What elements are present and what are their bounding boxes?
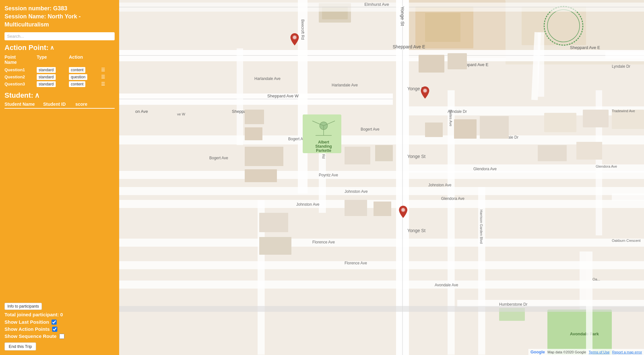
svg-rect-69 <box>245 127 262 140</box>
show-last-position-label: Show Last Position <box>5 319 49 325</box>
svg-text:Beecroft Rd: Beecroft Rd <box>300 19 305 40</box>
row1-name: Question1 <box>5 67 37 72</box>
show-last-position-checkbox[interactable] <box>52 320 57 325</box>
svg-text:Parkette: Parkette <box>316 148 331 153</box>
svg-text:ve W: ve W <box>177 112 185 116</box>
row1-edit-icon[interactable]: ☰ <box>101 67 108 72</box>
student-chevron[interactable]: ∧ <box>34 91 40 100</box>
col-action: Action <box>69 54 101 65</box>
svg-text:Poyntz Ave: Poyntz Ave <box>319 173 338 177</box>
svg-rect-98 <box>259 213 288 232</box>
svg-text:Johnston Ave: Johnston Ave <box>428 183 451 187</box>
row2-edit-icon[interactable]: ☰ <box>101 74 108 79</box>
col-student-name: Student Name <box>5 102 43 107</box>
svg-rect-77 <box>544 113 576 132</box>
svg-text:Elmhurst Ave: Elmhurst Ave <box>365 2 389 7</box>
show-sequence-route-row: Show Sequence Route <box>5 333 115 339</box>
bottom-panel: Info to participants Total joined partic… <box>5 303 115 350</box>
row3-edit-icon[interactable]: ☰ <box>101 81 108 86</box>
row3-type: standard <box>37 81 56 87</box>
svg-text:Glendora Ave: Glendora Ave <box>596 164 617 168</box>
col-student-id: Student ID <box>43 102 75 107</box>
svg-text:Albert: Albert <box>318 140 329 144</box>
table-row: Question1 standard content ☰ <box>5 67 115 73</box>
svg-point-117 <box>402 208 405 212</box>
session-name: Session Name: North York - Multicultural… <box>5 13 115 29</box>
svg-point-115 <box>423 89 427 92</box>
info-participants-button[interactable]: Info to participants <box>5 303 42 310</box>
map-container: Elmhurst Ave Sheppard Ave E Sheppard Ave… <box>119 0 644 355</box>
session-info: Session number: G383 Session Name: North… <box>5 5 115 29</box>
svg-rect-71 <box>245 169 277 182</box>
student-table-header: Student Name Student ID score <box>5 101 115 109</box>
show-action-points-label: Show Action Points <box>5 326 50 332</box>
table-row: Question3 standard content ☰ <box>5 81 115 87</box>
svg-text:Bogert Ave: Bogert Ave <box>361 127 380 132</box>
map-data-text: Map data ©2020 Google <box>547 350 586 354</box>
svg-rect-76 <box>480 116 509 139</box>
svg-rect-97 <box>374 202 391 216</box>
svg-text:Oa...: Oa... <box>592 277 600 281</box>
svg-text:Lyndale Dr: Lyndale Dr <box>612 64 630 69</box>
svg-rect-75 <box>454 119 477 139</box>
svg-text:Sheppard Ave E: Sheppard Ave E <box>570 45 600 50</box>
svg-text:Oakburn Crescent: Oakburn Crescent <box>612 239 640 242</box>
end-trip-button[interactable]: End this Trip <box>5 342 36 350</box>
row3-name: Question3 <box>5 82 37 86</box>
svg-rect-74 <box>425 123 443 137</box>
svg-rect-7 <box>522 6 586 45</box>
svg-text:on Ave: on Ave <box>135 109 148 114</box>
svg-text:Humberstone Dr: Humberstone Dr <box>499 302 527 307</box>
svg-rect-109 <box>586 251 592 355</box>
svg-rect-95 <box>375 145 393 161</box>
session-number: Session number: G383 <box>5 5 115 13</box>
row2-name: Question2 <box>5 74 37 79</box>
svg-rect-24 <box>119 281 644 289</box>
svg-point-113 <box>293 36 296 39</box>
table-row: Question2 standard question ☰ <box>5 74 115 80</box>
show-sequence-route-label: Show Sequence Route <box>5 333 57 339</box>
svg-rect-22 <box>119 239 644 247</box>
svg-rect-68 <box>245 110 264 124</box>
svg-text:Glendora Ave: Glendora Ave <box>473 167 497 171</box>
svg-rect-31 <box>448 90 455 355</box>
svg-text:Avondale Ave: Avondale Ave <box>435 283 458 287</box>
col-type: Type <box>37 54 69 65</box>
row2-action: question <box>69 74 87 80</box>
svg-text:Avondale Park: Avondale Park <box>570 331 599 336</box>
map-pin-2[interactable] <box>420 86 430 100</box>
svg-rect-16 <box>409 106 644 115</box>
svg-rect-17 <box>119 135 644 144</box>
map-pin-3[interactable] <box>398 206 408 219</box>
action-point-title-text: Action Point: <box>5 44 49 52</box>
terms-link[interactable]: Terms of Use <box>589 350 610 354</box>
report-link[interactable]: Report a map error <box>612 350 642 354</box>
search-input[interactable] <box>5 32 115 40</box>
svg-text:Standing: Standing <box>315 144 332 149</box>
svg-text:Harlandale Ave: Harlandale Ave <box>254 76 280 81</box>
svg-text:Yonge St: Yonge St <box>400 6 405 26</box>
map-area[interactable]: Elmhurst Ave Sheppard Ave E Sheppard Ave… <box>119 0 644 355</box>
map-pin-1[interactable] <box>290 33 299 47</box>
svg-text:Harlandale Ave: Harlandale Ave <box>332 83 358 87</box>
student-title-text: Student: <box>5 91 33 100</box>
sidebar: Session number: G383 Session Name: North… <box>0 0 119 355</box>
svg-rect-107 <box>605 52 644 59</box>
action-point-rows: Question1 standard content ☰ Question2 s… <box>5 67 115 88</box>
svg-rect-80 <box>538 145 567 161</box>
col-score: score <box>75 102 98 107</box>
show-last-position-row: Show Last Position <box>5 319 115 325</box>
svg-rect-20 <box>119 187 644 195</box>
svg-text:Baites Ave: Baites Ave <box>449 110 453 126</box>
svg-text:Florence Ave: Florence Ave <box>312 240 335 244</box>
map-attribution: Google Map data ©2020 Google Terms of Us… <box>528 349 644 355</box>
row1-type: standard <box>37 67 56 73</box>
show-action-points-checkbox[interactable] <box>52 327 57 332</box>
row3-action: content <box>69 81 85 87</box>
show-sequence-route-checkbox[interactable] <box>59 334 64 339</box>
svg-rect-73 <box>448 53 467 69</box>
action-point-chevron[interactable]: ∧ <box>50 44 54 51</box>
svg-rect-72 <box>419 55 444 73</box>
row1-action: content <box>69 67 85 73</box>
student-section-title: Student: ∧ <box>5 91 115 100</box>
